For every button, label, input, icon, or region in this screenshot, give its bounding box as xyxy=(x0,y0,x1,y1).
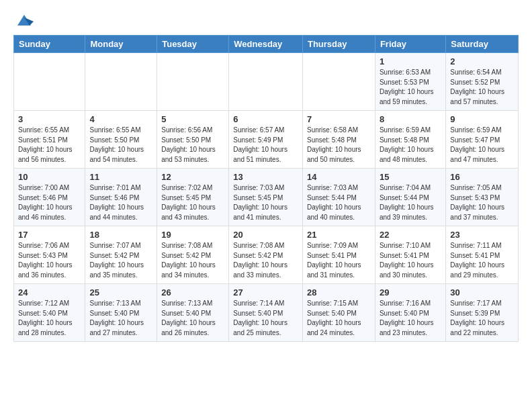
calendar-cell xyxy=(85,53,157,111)
calendar-cell: 17Sunrise: 7:06 AM Sunset: 5:43 PM Dayli… xyxy=(14,226,85,284)
day-number: 9 xyxy=(450,114,514,124)
day-info: Sunrise: 7:12 AM Sunset: 5:40 PM Dayligh… xyxy=(18,299,81,338)
day-number: 15 xyxy=(380,172,441,182)
day-info: Sunrise: 7:09 AM Sunset: 5:41 PM Dayligh… xyxy=(307,241,371,280)
calendar-cell: 30Sunrise: 7:17 AM Sunset: 5:39 PM Dayli… xyxy=(446,284,519,342)
day-info: Sunrise: 7:05 AM Sunset: 5:43 PM Dayligh… xyxy=(450,183,514,222)
calendar-cell: 22Sunrise: 7:10 AM Sunset: 5:41 PM Dayli… xyxy=(375,226,445,284)
weekday-header-wednesday: Wednesday xyxy=(229,36,303,53)
day-number: 5 xyxy=(161,114,224,124)
day-number: 16 xyxy=(450,172,514,182)
day-info: Sunrise: 7:15 AM Sunset: 5:40 PM Dayligh… xyxy=(307,299,371,338)
day-number: 6 xyxy=(233,114,298,124)
day-info: Sunrise: 7:08 AM Sunset: 5:42 PM Dayligh… xyxy=(161,241,224,280)
day-number: 26 xyxy=(161,287,224,298)
calendar-cell: 3Sunrise: 6:55 AM Sunset: 5:51 PM Daylig… xyxy=(14,111,85,169)
day-number: 19 xyxy=(161,230,224,240)
calendar-cell: 15Sunrise: 7:04 AM Sunset: 5:44 PM Dayli… xyxy=(375,169,445,226)
day-number: 10 xyxy=(18,172,81,182)
calendar-cell: 10Sunrise: 7:00 AM Sunset: 5:46 PM Dayli… xyxy=(14,169,85,226)
calendar-cell: 21Sunrise: 7:09 AM Sunset: 5:41 PM Dayli… xyxy=(302,226,375,284)
day-info: Sunrise: 7:03 AM Sunset: 5:45 PM Dayligh… xyxy=(233,183,298,222)
calendar-cell: 24Sunrise: 7:12 AM Sunset: 5:40 PM Dayli… xyxy=(14,284,85,342)
weekday-header-monday: Monday xyxy=(85,36,157,53)
day-info: Sunrise: 7:08 AM Sunset: 5:42 PM Dayligh… xyxy=(233,241,298,280)
calendar-cell: 14Sunrise: 7:03 AM Sunset: 5:44 PM Dayli… xyxy=(302,169,375,226)
logo-icon xyxy=(15,11,34,30)
day-number: 3 xyxy=(18,114,81,124)
day-info: Sunrise: 6:58 AM Sunset: 5:48 PM Dayligh… xyxy=(307,126,371,165)
calendar-cell xyxy=(157,53,229,111)
calendar-cell: 6Sunrise: 6:57 AM Sunset: 5:49 PM Daylig… xyxy=(229,111,303,169)
calendar-cell: 5Sunrise: 6:56 AM Sunset: 5:50 PM Daylig… xyxy=(157,111,229,169)
calendar-cell: 7Sunrise: 6:58 AM Sunset: 5:48 PM Daylig… xyxy=(302,111,375,169)
day-number: 7 xyxy=(307,114,371,124)
calendar-cell: 2Sunrise: 6:54 AM Sunset: 5:52 PM Daylig… xyxy=(446,53,519,111)
day-info: Sunrise: 7:13 AM Sunset: 5:40 PM Dayligh… xyxy=(161,299,224,338)
calendar-cell xyxy=(229,53,303,111)
calendar-cell: 12Sunrise: 7:02 AM Sunset: 5:45 PM Dayli… xyxy=(157,169,229,226)
day-info: Sunrise: 7:07 AM Sunset: 5:42 PM Dayligh… xyxy=(89,241,152,280)
weekday-header-row: SundayMondayTuesdayWednesdayThursdayFrid… xyxy=(14,36,519,53)
weekday-header-tuesday: Tuesday xyxy=(157,36,229,53)
calendar-cell: 8Sunrise: 6:59 AM Sunset: 5:48 PM Daylig… xyxy=(375,111,445,169)
logo xyxy=(13,11,34,27)
calendar-cell: 16Sunrise: 7:05 AM Sunset: 5:43 PM Dayli… xyxy=(446,169,519,226)
week-row-4: 17Sunrise: 7:06 AM Sunset: 5:43 PM Dayli… xyxy=(14,226,519,284)
logo-text-block xyxy=(13,11,34,27)
calendar-cell xyxy=(14,53,85,111)
day-info: Sunrise: 7:16 AM Sunset: 5:40 PM Dayligh… xyxy=(380,299,441,338)
day-number: 23 xyxy=(450,230,514,240)
day-number: 17 xyxy=(18,230,81,240)
calendar-cell: 29Sunrise: 7:16 AM Sunset: 5:40 PM Dayli… xyxy=(375,284,445,342)
day-info: Sunrise: 6:55 AM Sunset: 5:50 PM Dayligh… xyxy=(89,126,152,165)
day-info: Sunrise: 6:53 AM Sunset: 5:53 PM Dayligh… xyxy=(380,68,441,107)
calendar-cell: 27Sunrise: 7:14 AM Sunset: 5:40 PM Dayli… xyxy=(229,284,303,342)
day-number: 13 xyxy=(233,172,298,182)
day-info: Sunrise: 7:01 AM Sunset: 5:46 PM Dayligh… xyxy=(89,183,152,222)
day-info: Sunrise: 7:02 AM Sunset: 5:45 PM Dayligh… xyxy=(161,183,224,222)
day-number: 25 xyxy=(89,287,152,298)
day-number: 22 xyxy=(380,230,441,240)
day-number: 14 xyxy=(307,172,371,182)
calendar-table: SundayMondayTuesdayWednesdayThursdayFrid… xyxy=(13,35,519,342)
day-info: Sunrise: 7:17 AM Sunset: 5:39 PM Dayligh… xyxy=(450,299,514,338)
day-number: 2 xyxy=(450,56,514,66)
day-info: Sunrise: 7:10 AM Sunset: 5:41 PM Dayligh… xyxy=(380,241,441,280)
calendar-cell: 18Sunrise: 7:07 AM Sunset: 5:42 PM Dayli… xyxy=(85,226,157,284)
weekday-header-saturday: Saturday xyxy=(446,36,519,53)
calendar-cell: 26Sunrise: 7:13 AM Sunset: 5:40 PM Dayli… xyxy=(157,284,229,342)
day-number: 12 xyxy=(161,172,224,182)
week-row-3: 10Sunrise: 7:00 AM Sunset: 5:46 PM Dayli… xyxy=(14,169,519,226)
calendar-cell: 4Sunrise: 6:55 AM Sunset: 5:50 PM Daylig… xyxy=(85,111,157,169)
header xyxy=(13,11,519,27)
day-info: Sunrise: 7:03 AM Sunset: 5:44 PM Dayligh… xyxy=(307,183,371,222)
day-number: 8 xyxy=(380,114,441,124)
calendar-cell: 1Sunrise: 6:53 AM Sunset: 5:53 PM Daylig… xyxy=(375,53,445,111)
calendar-cell: 9Sunrise: 6:59 AM Sunset: 5:47 PM Daylig… xyxy=(446,111,519,169)
day-number: 4 xyxy=(89,114,152,124)
week-row-5: 24Sunrise: 7:12 AM Sunset: 5:40 PM Dayli… xyxy=(14,284,519,342)
calendar-cell: 11Sunrise: 7:01 AM Sunset: 5:46 PM Dayli… xyxy=(85,169,157,226)
day-number: 27 xyxy=(233,287,298,298)
day-info: Sunrise: 6:59 AM Sunset: 5:47 PM Dayligh… xyxy=(450,126,514,165)
weekday-header-friday: Friday xyxy=(375,36,445,53)
calendar-cell: 23Sunrise: 7:11 AM Sunset: 5:41 PM Dayli… xyxy=(446,226,519,284)
day-number: 1 xyxy=(380,56,441,66)
day-info: Sunrise: 6:57 AM Sunset: 5:49 PM Dayligh… xyxy=(233,126,298,165)
calendar-cell xyxy=(302,53,375,111)
day-number: 21 xyxy=(307,230,371,240)
day-info: Sunrise: 6:59 AM Sunset: 5:48 PM Dayligh… xyxy=(380,126,441,165)
calendar-cell: 20Sunrise: 7:08 AM Sunset: 5:42 PM Dayli… xyxy=(229,226,303,284)
weekday-header-sunday: Sunday xyxy=(14,36,85,53)
day-info: Sunrise: 6:55 AM Sunset: 5:51 PM Dayligh… xyxy=(18,126,81,165)
day-info: Sunrise: 7:11 AM Sunset: 5:41 PM Dayligh… xyxy=(450,241,514,280)
day-number: 20 xyxy=(233,230,298,240)
calendar-cell: 28Sunrise: 7:15 AM Sunset: 5:40 PM Dayli… xyxy=(302,284,375,342)
day-number: 28 xyxy=(307,287,371,298)
day-number: 29 xyxy=(380,287,441,298)
day-number: 30 xyxy=(450,287,514,298)
calendar-cell: 13Sunrise: 7:03 AM Sunset: 5:45 PM Dayli… xyxy=(229,169,303,226)
page: SundayMondayTuesdayWednesdayThursdayFrid… xyxy=(0,0,532,353)
calendar-cell: 19Sunrise: 7:08 AM Sunset: 5:42 PM Dayli… xyxy=(157,226,229,284)
